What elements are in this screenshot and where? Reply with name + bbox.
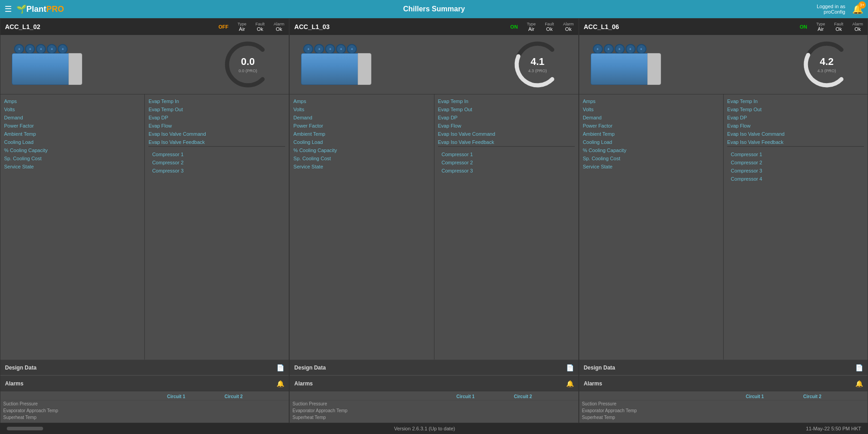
menu-icon[interactable]: ☰ <box>5 4 12 14</box>
circuit-val-3 <box>841 407 854 414</box>
alarm-item: Alarm Ok <box>852 22 863 32</box>
data-item[interactable]: Volts <box>583 105 720 113</box>
fans <box>303 44 357 54</box>
circuit-col-header: Circuit 2 <box>205 393 262 400</box>
fan-2 <box>25 44 35 54</box>
compressor-item[interactable]: Compressor 3 <box>731 167 860 175</box>
compressor-item[interactable]: Compressor 1 <box>442 150 571 158</box>
compressor-item[interactable]: Compressor 1 <box>731 150 860 158</box>
data-item[interactable]: Sp. Cooling Cost <box>4 154 141 163</box>
data-item[interactable]: Power Factor <box>4 122 141 130</box>
data-item[interactable]: Amps <box>293 97 430 105</box>
alarms-section[interactable]: Alarms 🔔 <box>290 375 578 391</box>
username: proConfig <box>817 9 845 15</box>
circuit-val-3 <box>841 414 854 421</box>
data-item[interactable]: Volts <box>4 105 141 113</box>
compressor-item[interactable]: Compressor 2 <box>442 158 571 167</box>
data-item[interactable]: Sp. Cooling Cost <box>293 154 430 163</box>
compressor-item[interactable]: Compressor 2 <box>152 158 281 167</box>
card-header-ACC_L1_02: ACC_L1_02 OFF Type Air Fault Ok Alarm Ok <box>0 19 289 35</box>
data-item[interactable]: Evap Iso Valve Feedback <box>727 138 864 146</box>
gauge-value-text: 4.1 <box>530 56 544 67</box>
circuit-val-3 <box>262 400 276 408</box>
data-item[interactable]: Volts <box>293 105 430 113</box>
data-item[interactable]: Service State <box>4 163 141 171</box>
design-data-label: Design Data <box>584 365 615 371</box>
data-item[interactable]: Evap DP <box>438 113 575 122</box>
compressor-item[interactable]: Compressor 2 <box>731 158 860 167</box>
circuit-row-label[interactable]: Evaporator Approach Temp <box>579 407 726 414</box>
circuit-row-label[interactable]: Superheat Temp <box>0 414 148 421</box>
design-data-section[interactable]: Design Data 📄 <box>0 360 289 375</box>
circuit-row-label[interactable]: Suction Pressure <box>579 400 726 408</box>
data-item[interactable]: Ambient Temp <box>293 130 430 138</box>
data-item[interactable]: Evap Iso Valve Feedback <box>438 138 575 146</box>
circuit-val-1 <box>148 400 205 408</box>
data-item[interactable]: Evap Iso Valve Command <box>438 130 575 138</box>
circuit-val-1 <box>437 400 494 408</box>
data-item[interactable]: Ambient Temp <box>583 130 720 138</box>
circuit-table: Circuit 1Circuit 2 Suction Pressure <box>579 393 868 421</box>
circuit-val-1 <box>148 407 205 414</box>
circuit-row-label[interactable]: Evaporator Approach Temp <box>0 407 148 414</box>
gauge-ACC_L1_02[interactable]: 0.0 0.0 (PRO) <box>216 39 280 89</box>
data-item[interactable]: Amps <box>4 97 141 105</box>
data-item[interactable]: Evap Iso Valve Command <box>148 130 285 138</box>
data-item[interactable]: Cooling Load <box>583 138 720 146</box>
compressor-section: Compressor 1Compressor 2Compressor 3Comp… <box>727 146 864 185</box>
circuit-val-2 <box>784 407 841 414</box>
gauge-sub-text: 4.3 (PRO) <box>528 69 547 73</box>
circuit-row-label[interactable]: Superheat Temp <box>290 414 437 421</box>
circuit-row-label[interactable]: Superheat Temp <box>579 414 726 421</box>
compressor-item[interactable]: Compressor 4 <box>731 175 860 183</box>
alarms-section[interactable]: Alarms 🔔 <box>0 375 289 391</box>
data-item[interactable]: % Cooling Capacity <box>293 146 430 154</box>
data-item[interactable]: Cooling Load <box>293 138 430 146</box>
data-item[interactable]: Sp. Cooling Cost <box>583 154 720 163</box>
data-item[interactable]: Evap Temp Out <box>438 105 575 113</box>
data-item[interactable]: Ambient Temp <box>4 130 141 138</box>
data-item[interactable]: Cooling Load <box>4 138 141 146</box>
data-item[interactable]: Evap Temp Out <box>727 105 864 113</box>
data-item[interactable]: Evap Temp In <box>148 97 285 105</box>
data-item[interactable]: Service State <box>293 163 430 171</box>
data-item[interactable]: Evap Flow <box>438 122 575 130</box>
alarms-section[interactable]: Alarms 🔔 <box>579 375 868 391</box>
main-content: ACC_L1_02 OFF Type Air Fault Ok Alarm Ok <box>0 18 868 423</box>
data-item[interactable]: Evap Temp Out <box>148 105 285 113</box>
data-item[interactable]: Evap Temp In <box>727 97 864 105</box>
data-item[interactable]: Amps <box>583 97 720 105</box>
data-item[interactable]: Evap Flow <box>727 122 864 130</box>
gauge-ACC_L1_06[interactable]: 4.2 4.3 (PRO) <box>795 39 858 89</box>
alarms-label: Alarms <box>294 380 313 387</box>
design-data-section[interactable]: Design Data 📄 <box>579 360 868 375</box>
data-item[interactable]: Power Factor <box>293 122 430 130</box>
data-item[interactable]: Evap DP <box>148 113 285 122</box>
data-item[interactable]: Demand <box>293 113 430 122</box>
gauge-ACC_L1_03[interactable]: 4.1 4.3 (PRO) <box>506 39 569 89</box>
data-item[interactable]: Demand <box>583 113 720 122</box>
compressor-item[interactable]: Compressor 3 <box>152 167 281 175</box>
data-item[interactable]: Evap Flow <box>148 122 285 130</box>
data-item[interactable]: % Cooling Capacity <box>4 146 141 154</box>
data-item[interactable]: Evap DP <box>727 113 864 122</box>
data-item[interactable]: Demand <box>4 113 141 122</box>
design-data-section[interactable]: Design Data 📄 <box>290 360 578 375</box>
scrollbar[interactable] <box>7 427 43 430</box>
compressor-item[interactable]: Compressor 3 <box>442 167 571 175</box>
data-item[interactable]: Power Factor <box>583 122 720 130</box>
data-item[interactable]: Evap Temp In <box>438 97 575 105</box>
circuit-val-1 <box>726 400 784 408</box>
circuit-val-3 <box>552 400 565 408</box>
data-item[interactable]: Evap Iso Valve Command <box>727 130 864 138</box>
design-data-icon: 📄 <box>276 364 284 371</box>
data-item[interactable]: Service State <box>583 163 720 171</box>
compressor-item[interactable]: Compressor 1 <box>152 150 281 158</box>
notification-bell[interactable]: 🔔 3+ <box>852 4 863 15</box>
alarms-icon: 🔔 <box>855 380 863 387</box>
data-item[interactable]: % Cooling Capacity <box>583 146 720 154</box>
data-item[interactable]: Evap Iso Valve Feedback <box>148 138 285 146</box>
circuit-row-label[interactable]: Suction Pressure <box>0 400 148 408</box>
circuit-row-label[interactable]: Evaporator Approach Temp <box>290 407 437 414</box>
circuit-row-label[interactable]: Suction Pressure <box>290 400 437 408</box>
